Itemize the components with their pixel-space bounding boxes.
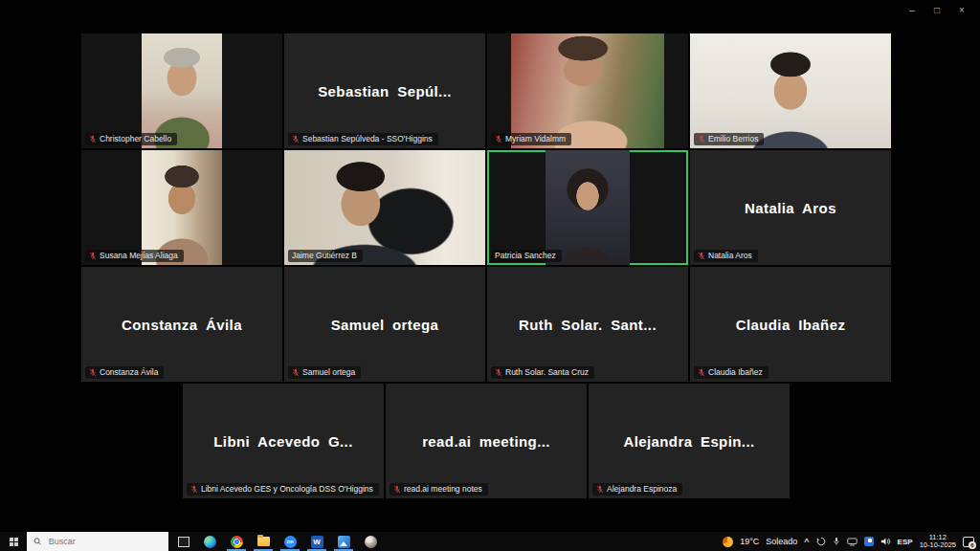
start-button[interactable] bbox=[0, 532, 27, 551]
participant-name-label: Claudia Ibañez bbox=[708, 368, 763, 377]
participant-display-name: Libni Acevedo G... bbox=[183, 384, 384, 498]
participant-name-label: Natalia Aros bbox=[708, 252, 752, 260]
muted-mic-icon bbox=[292, 368, 300, 377]
participant-nameplate: Christopher Cabello bbox=[85, 133, 177, 145]
system-tray: 19°C Soleado ^ ESP 11:12 10-10-2025 6 bbox=[723, 534, 980, 550]
participant-tile[interactable]: Samuel ortega Samuel ortega bbox=[284, 267, 485, 382]
participant-nameplate: Emilio Berrios bbox=[694, 133, 764, 145]
participant-tile[interactable]: Alejandra Espin... Alejandra Espinoza bbox=[589, 384, 790, 498]
windows-taskbar: zm W 19°C Soleado ^ ESP 11:12 10-10-2025 bbox=[0, 532, 980, 551]
participant-tile[interactable]: Sebastian Sepúl... Sebastian Sepúlveda -… bbox=[284, 33, 485, 148]
taskbar-app-zoom[interactable]: zm bbox=[277, 532, 303, 551]
muted-mic-icon bbox=[495, 135, 502, 143]
participant-nameplate: Sebastian Sepúlveda - SSO'Higgins bbox=[288, 133, 438, 145]
participant-name-label: Susana Mejías Aliaga bbox=[100, 252, 178, 260]
muted-mic-icon bbox=[89, 252, 97, 260]
microphone-icon[interactable] bbox=[833, 537, 840, 546]
participant-tile[interactable]: Jaime Gutiérrez B bbox=[284, 150, 485, 265]
language-indicator[interactable]: ESP bbox=[898, 538, 913, 546]
taskbar-clock[interactable]: 11:12 10-10-2025 bbox=[920, 534, 956, 550]
file-explorer-icon bbox=[257, 537, 270, 546]
task-view-button[interactable] bbox=[171, 532, 196, 551]
muted-mic-icon bbox=[698, 135, 705, 143]
close-button[interactable]: × bbox=[949, 0, 974, 21]
participant-name-label: read.ai meeting notes bbox=[404, 485, 482, 494]
participant-name-label: Samuel ortega bbox=[302, 368, 355, 377]
participant-display-name: Alejandra Espin... bbox=[589, 384, 790, 498]
muted-mic-icon bbox=[596, 485, 604, 494]
minimize-button[interactable]: – bbox=[900, 0, 924, 21]
participant-tile[interactable]: Natalia Aros Natalia Aros bbox=[690, 150, 891, 265]
participant-name-label: Ruth Solar. Santa Cruz bbox=[505, 368, 589, 377]
participant-video bbox=[546, 150, 630, 265]
participant-video bbox=[284, 150, 485, 265]
participant-nameplate: read.ai meeting notes bbox=[390, 483, 488, 496]
weather-temperature[interactable]: 19°C bbox=[740, 537, 759, 546]
weather-condition[interactable]: Soleado bbox=[766, 537, 797, 546]
participant-tile[interactable]: Claudia Ibañez Claudia Ibañez bbox=[690, 267, 891, 382]
muted-mic-icon bbox=[495, 368, 502, 377]
participant-nameplate: Susana Mejías Aliaga bbox=[85, 250, 184, 262]
zoom-meeting-window: – □ × Christopher Cabello Sebastian Sepú… bbox=[0, 0, 980, 532]
search-input[interactable] bbox=[47, 536, 162, 547]
photos-icon bbox=[338, 536, 350, 548]
participant-display-name: Natalia Aros bbox=[690, 150, 891, 265]
participant-tile[interactable]: Myriam Vidalmm bbox=[487, 33, 688, 148]
participant-display-name: Claudia Ibañez bbox=[690, 267, 891, 382]
chevron-up-icon[interactable]: ^ bbox=[804, 537, 809, 546]
participant-display-name: Constanza Ávila bbox=[81, 267, 282, 382]
participant-display-name: Ruth Solar. Sant... bbox=[487, 267, 688, 382]
participant-nameplate: Patricia Sanchez bbox=[491, 250, 562, 262]
participant-tile[interactable]: Emilio Berrios bbox=[690, 33, 891, 148]
word-icon: W bbox=[311, 536, 323, 548]
participant-tile[interactable]: Susana Mejías Aliaga bbox=[81, 150, 282, 265]
teams-tray-icon[interactable] bbox=[864, 537, 874, 546]
participant-nameplate: Constanza Ávila bbox=[85, 366, 164, 379]
participant-tile[interactable]: Libni Acevedo G... Libni Acevedo GES y O… bbox=[183, 384, 384, 498]
weather-sun-icon[interactable] bbox=[723, 537, 733, 547]
zoom-app-icon: zm bbox=[284, 536, 297, 548]
taskbar-app-photos[interactable] bbox=[330, 532, 357, 551]
taskbar-app-file-explorer[interactable] bbox=[250, 532, 277, 551]
participant-tile[interactable]: Christopher Cabello bbox=[81, 33, 282, 148]
participant-nameplate: Claudia Ibañez bbox=[694, 366, 768, 379]
participant-nameplate: Alejandra Espinoza bbox=[592, 483, 682, 496]
taskbar-search[interactable] bbox=[27, 532, 168, 551]
participant-name-label: Alejandra Espinoza bbox=[607, 485, 677, 494]
muted-mic-icon bbox=[292, 135, 300, 143]
participant-nameplate: Samuel ortega bbox=[288, 366, 361, 379]
action-center-icon[interactable]: 6 bbox=[963, 537, 974, 547]
participant-tile-active-speaker[interactable]: Patricia Sanchez bbox=[487, 150, 688, 265]
participant-nameplate: Ruth Solar. Santa Cruz bbox=[491, 366, 594, 379]
taskbar-app-word[interactable]: W bbox=[303, 532, 330, 551]
search-icon bbox=[33, 537, 42, 546]
participant-display-name: Samuel ortega bbox=[284, 267, 485, 382]
taskbar-app-chrome[interactable] bbox=[223, 532, 250, 551]
taskbar-app-edge[interactable] bbox=[196, 532, 223, 551]
sync-icon[interactable] bbox=[816, 537, 826, 546]
display-cast-icon[interactable] bbox=[847, 538, 858, 546]
participant-nameplate: Libni Acevedo GES y Oncología DSS O'Higg… bbox=[187, 483, 379, 496]
notification-badge: 6 bbox=[969, 541, 976, 549]
task-view-icon bbox=[178, 537, 189, 547]
participant-name-label: Constanza Ávila bbox=[100, 368, 158, 377]
volume-icon[interactable] bbox=[880, 537, 891, 546]
chrome-icon bbox=[231, 536, 243, 548]
participant-name-label: Emilio Berrios bbox=[708, 135, 758, 143]
participant-name-label: Myriam Vidalmm bbox=[505, 135, 566, 143]
participant-display-name: Sebastian Sepúl... bbox=[284, 33, 485, 148]
muted-mic-icon bbox=[698, 368, 705, 377]
taskbar-app-gimp[interactable] bbox=[357, 532, 384, 551]
participant-tile[interactable]: Constanza Ávila Constanza Ávila bbox=[81, 267, 282, 382]
participant-tile[interactable]: read.ai meeting... read.ai meeting notes bbox=[386, 384, 587, 498]
muted-mic-icon bbox=[89, 368, 97, 377]
participant-display-name: read.ai meeting... bbox=[386, 384, 587, 498]
participant-video bbox=[511, 33, 664, 148]
participant-name-label: Jaime Gutiérrez B bbox=[292, 252, 357, 260]
participant-video bbox=[142, 33, 222, 148]
participant-nameplate: Myriam Vidalmm bbox=[491, 133, 571, 145]
participant-nameplate: Jaime Gutiérrez B bbox=[288, 250, 363, 262]
participant-tile[interactable]: Ruth Solar. Sant... Ruth Solar. Santa Cr… bbox=[487, 267, 688, 382]
maximize-button[interactable]: □ bbox=[924, 0, 949, 21]
participant-name-label: Patricia Sanchez bbox=[495, 252, 556, 260]
